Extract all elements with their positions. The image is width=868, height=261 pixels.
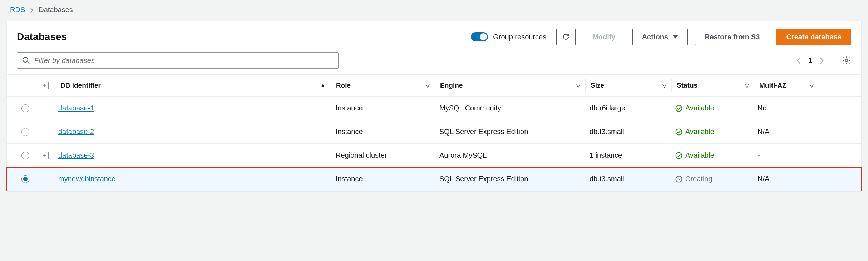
check-circle-icon [675, 128, 682, 136]
filter-input[interactable] [34, 56, 333, 65]
table-row[interactable]: database-2InstanceSQL Server Express Edi… [7, 120, 861, 144]
filter-input-wrapper[interactable] [17, 52, 339, 69]
column-header-size[interactable]: Size ▽ [586, 82, 671, 89]
sort-icon: ▽ [662, 83, 666, 88]
sort-icon: ▽ [745, 83, 749, 88]
actions-label: Actions [642, 33, 668, 41]
sort-asc-icon: ▲ [320, 82, 326, 89]
toggle-switch-on-icon [471, 32, 488, 41]
actions-button[interactable]: Actions [632, 29, 688, 45]
db-identifier-link[interactable]: database-3 [58, 151, 94, 159]
column-header-engine[interactable]: Engine ▽ [435, 82, 585, 89]
create-database-button[interactable]: Create database [776, 29, 851, 45]
table-header: + DB identifier ▲ Role ▽ Engine ▽ [7, 74, 861, 97]
engine-cell: SQL Server Express Edition [434, 128, 585, 136]
clock-icon [675, 176, 682, 183]
breadcrumb-root[interactable]: RDS [10, 6, 25, 14]
header-actions: Group resources Modify Actions Restore f… [471, 29, 851, 45]
table-row[interactable]: mynewdbinstanceInstanceSQL Server Expres… [7, 167, 861, 191]
db-identifier-link[interactable]: mynewdbinstance [58, 175, 115, 183]
multiaz-cell: N/A [753, 175, 817, 183]
gear-icon [842, 56, 851, 65]
refresh-icon [562, 33, 570, 41]
svg-point-3 [676, 105, 682, 111]
divider [833, 55, 833, 65]
breadcrumb-current: Databases [39, 6, 73, 14]
page-title: Databases [17, 31, 67, 43]
expand-all-button[interactable]: + [41, 82, 49, 89]
sort-icon: ▽ [426, 83, 430, 88]
status-cell: Available [670, 128, 753, 136]
modify-button: Modify [583, 29, 625, 45]
sort-icon: ▽ [576, 83, 580, 88]
sort-icon: ▽ [810, 83, 814, 88]
row-select-radio[interactable] [21, 104, 29, 112]
size-cell: 1 instance [585, 151, 670, 159]
size-cell: db.t3.small [585, 128, 670, 136]
chevron-right-icon [30, 6, 34, 14]
role-cell: Instance [331, 104, 434, 112]
column-header-status[interactable]: Status ▽ [672, 82, 754, 89]
svg-point-5 [676, 152, 682, 158]
db-identifier-link[interactable]: database-2 [58, 128, 94, 136]
multiaz-cell: No [753, 104, 817, 112]
table-row[interactable]: +database-3Regional clusterAurora MySQL1… [7, 144, 861, 167]
svg-line-1 [28, 62, 29, 64]
svg-point-4 [676, 129, 682, 135]
row-select-radio[interactable] [21, 152, 29, 159]
row-select-radio[interactable] [21, 175, 29, 183]
expand-row-button[interactable]: + [41, 152, 49, 159]
prev-page-button[interactable] [796, 56, 801, 65]
size-cell: db.r6i.large [585, 104, 670, 112]
settings-button[interactable] [842, 56, 851, 65]
column-header-role[interactable]: Role ▽ [331, 82, 435, 89]
column-header-multiaz[interactable]: Multi-AZ ▽ [754, 82, 819, 89]
svg-point-2 [845, 59, 848, 62]
engine-cell: Aurora MySQL [434, 151, 585, 159]
status-cell: Available [670, 151, 753, 159]
multiaz-cell: N/A [753, 128, 817, 136]
check-circle-icon [675, 105, 682, 112]
check-circle-icon [675, 152, 682, 159]
status-cell: Creating [670, 175, 753, 183]
next-page-button[interactable] [819, 56, 824, 65]
search-icon [22, 56, 30, 64]
column-header-id[interactable]: DB identifier ▲ [55, 82, 331, 89]
restore-button[interactable]: Restore from S3 [695, 29, 770, 45]
multiaz-cell: - [753, 151, 817, 159]
row-select-radio[interactable] [21, 128, 29, 136]
status-cell: Available [670, 104, 753, 112]
role-cell: Instance [331, 128, 434, 136]
engine-cell: MySQL Community [434, 104, 585, 112]
engine-cell: SQL Server Express Edition [434, 175, 585, 183]
breadcrumb: RDS Databases [6, 4, 862, 21]
databases-panel: Databases Group resources Modify Actions… [6, 21, 862, 191]
role-cell: Instance [331, 175, 434, 183]
size-cell: db.t3.small [585, 175, 670, 183]
pagination: 1 [796, 55, 851, 65]
page-number: 1 [808, 56, 812, 65]
databases-table: + DB identifier ▲ Role ▽ Engine ▽ [7, 74, 861, 191]
caret-down-icon [672, 35, 678, 39]
svg-point-0 [23, 57, 28, 62]
toggle-label: Group resources [493, 33, 546, 41]
db-identifier-link[interactable]: database-1 [58, 104, 94, 112]
table-row[interactable]: database-1InstanceMySQL Communitydb.r6i.… [7, 97, 861, 120]
group-resources-toggle[interactable]: Group resources [471, 32, 546, 41]
refresh-button[interactable] [556, 29, 576, 45]
role-cell: Regional cluster [331, 151, 434, 159]
